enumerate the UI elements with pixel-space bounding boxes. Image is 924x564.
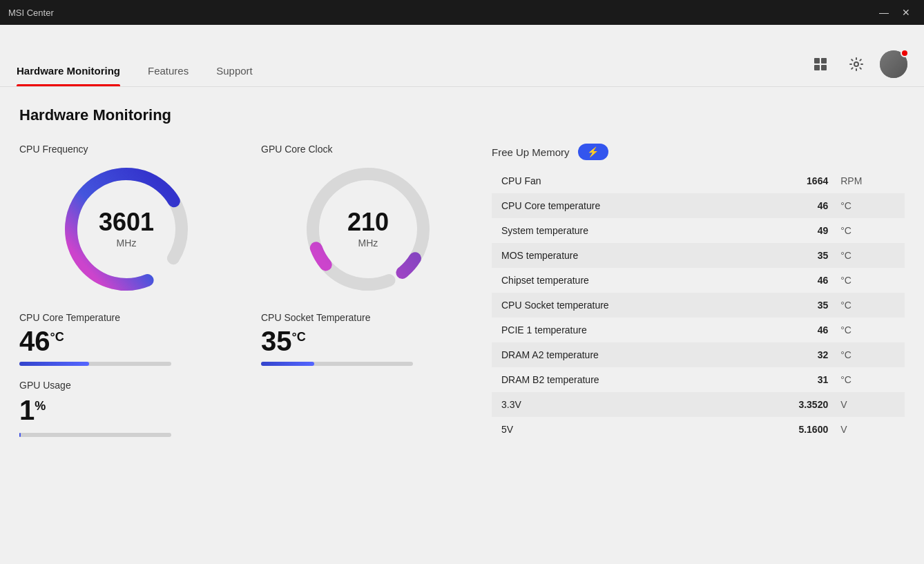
gpu-core-clock-label: GPU Core Clock <box>261 144 332 155</box>
cpu-socket-temp-bar-track <box>261 362 413 366</box>
metric-label: CPU Fan <box>492 168 742 193</box>
cpu-socket-temp: CPU Socket Temperature 35°C <box>261 312 475 366</box>
notification-dot <box>901 49 909 57</box>
metric-label: DRAM A2 temperature <box>492 342 742 367</box>
nav-tabs: Hardware Monitoring Features Support <box>17 65 808 86</box>
metric-unit: V <box>838 392 905 417</box>
metric-unit: RPM <box>838 168 905 193</box>
metric-value: 35 <box>742 293 838 318</box>
gear-icon <box>849 57 864 72</box>
gpu-usage-label: GPU Usage <box>19 380 475 391</box>
table-row: CPU Fan 1664 RPM <box>492 168 905 193</box>
svg-rect-0 <box>814 58 820 64</box>
title-bar: MSI Center — ✕ <box>0 0 924 25</box>
table-row: Chipset temperature 46 °C <box>492 268 905 293</box>
cpu-socket-temp-bar-fill <box>261 362 314 366</box>
gpu-usage-section: GPU Usage 1% <box>19 380 475 437</box>
svg-rect-2 <box>814 65 820 70</box>
cpu-core-temp-value: 46°C <box>19 327 233 355</box>
tab-features[interactable]: Features <box>148 65 189 86</box>
metric-unit: V <box>838 417 905 442</box>
metric-label: DRAM B2 temperature <box>492 367 742 392</box>
gpu-core-clock-gauge: GPU Core Clock <box>261 144 475 298</box>
metric-unit: °C <box>838 268 905 293</box>
cpu-core-temp-bar-fill <box>19 362 89 366</box>
left-panel: CPU Frequency <box>19 144 475 564</box>
toggle-icon: ⚡ <box>587 146 599 157</box>
grid-icon-button[interactable] <box>808 52 833 77</box>
cpu-core-temp-bar-track <box>19 362 171 366</box>
tab-support[interactable]: Support <box>216 65 253 86</box>
gpu-core-clock-unit: MHz <box>347 237 389 249</box>
temperature-row: CPU Core Temperature 46°C CPU Socket Tem… <box>19 312 475 366</box>
cpu-frequency-unit: MHz <box>99 237 154 249</box>
right-panel: Free Up Memory ⚡ CPU Fan 1664 RPM CPU Co… <box>492 144 905 564</box>
metric-label: MOS temperature <box>492 243 742 268</box>
tab-hardware-monitoring[interactable]: Hardware Monitoring <box>17 65 120 86</box>
svg-rect-3 <box>821 65 827 70</box>
cpu-frequency-value: 3601 <box>99 210 154 235</box>
table-row: 5V 5.1600 V <box>492 417 905 442</box>
app-container: Hardware Monitoring Features Support <box>0 25 924 564</box>
gpu-core-clock-center: 210 MHz <box>347 210 389 249</box>
metric-value: 46 <box>742 268 838 293</box>
cpu-frequency-gauge: CPU Frequency <box>19 144 233 298</box>
memory-header: Free Up Memory ⚡ <box>492 144 905 160</box>
metric-unit: °C <box>838 193 905 218</box>
cpu-frequency-center: 3601 MHz <box>99 210 154 249</box>
gpu-usage-value: 1% <box>19 395 475 426</box>
cpu-frequency-label: CPU Frequency <box>19 144 88 155</box>
metric-value: 49 <box>742 218 838 243</box>
table-row: CPU Socket temperature 35 °C <box>492 293 905 318</box>
metric-label: System temperature <box>492 218 742 243</box>
metric-label: 3.3V <box>492 392 742 417</box>
window-controls: — ✕ <box>874 3 916 22</box>
table-row: CPU Core temperature 46 °C <box>492 193 905 218</box>
avatar[interactable] <box>880 50 907 78</box>
gauges-row: CPU Frequency <box>19 144 475 298</box>
page-title: Hardware Monitoring <box>19 106 905 124</box>
metric-unit: °C <box>838 293 905 318</box>
metric-value: 31 <box>742 367 838 392</box>
metric-label: PCIE 1 temperature <box>492 318 742 342</box>
gpu-core-clock-circle: 210 MHz <box>299 160 437 298</box>
metric-value: 46 <box>742 318 838 342</box>
minimize-button[interactable]: — <box>874 3 894 22</box>
metric-unit: °C <box>838 342 905 367</box>
table-row: DRAM A2 temperature 32 °C <box>492 342 905 367</box>
content-area: Hardware Monitoring CPU Frequency <box>0 87 924 564</box>
svg-point-4 <box>854 62 858 66</box>
gpu-usage-bar-fill <box>19 433 21 437</box>
dashboard: CPU Frequency <box>19 144 905 564</box>
metric-unit: °C <box>838 367 905 392</box>
metric-value: 32 <box>742 342 838 367</box>
metric-value: 5.1600 <box>742 417 838 442</box>
grid-icon <box>813 57 828 72</box>
cpu-frequency-circle: 3601 MHz <box>57 160 195 298</box>
app-title: MSI Center <box>8 8 54 18</box>
gpu-core-clock-value: 210 <box>347 210 389 235</box>
svg-rect-1 <box>821 58 827 64</box>
cpu-socket-temp-value: 35°C <box>261 327 475 355</box>
settings-icon-button[interactable] <box>844 52 869 77</box>
gpu-usage-bar-track <box>19 433 171 437</box>
metric-value: 1664 <box>742 168 838 193</box>
metric-value: 46 <box>742 193 838 218</box>
cpu-core-temp: CPU Core Temperature 46°C <box>19 312 233 366</box>
free-up-memory-toggle[interactable]: ⚡ <box>578 144 608 160</box>
nav-right <box>808 50 907 86</box>
close-button[interactable]: ✕ <box>896 3 916 22</box>
metric-label: CPU Socket temperature <box>492 293 742 318</box>
table-row: DRAM B2 temperature 31 °C <box>492 367 905 392</box>
metric-label: 5V <box>492 417 742 442</box>
metric-unit: °C <box>838 243 905 268</box>
nav-bar: Hardware Monitoring Features Support <box>0 25 924 87</box>
metric-value: 35 <box>742 243 838 268</box>
metrics-table: CPU Fan 1664 RPM CPU Core temperature 46… <box>492 168 905 442</box>
table-row: MOS temperature 35 °C <box>492 243 905 268</box>
table-row: PCIE 1 temperature 46 °C <box>492 318 905 342</box>
table-row: System temperature 49 °C <box>492 218 905 243</box>
metric-value: 3.3520 <box>742 392 838 417</box>
free-up-memory-label: Free Up Memory <box>492 146 570 158</box>
metric-unit: °C <box>838 318 905 342</box>
